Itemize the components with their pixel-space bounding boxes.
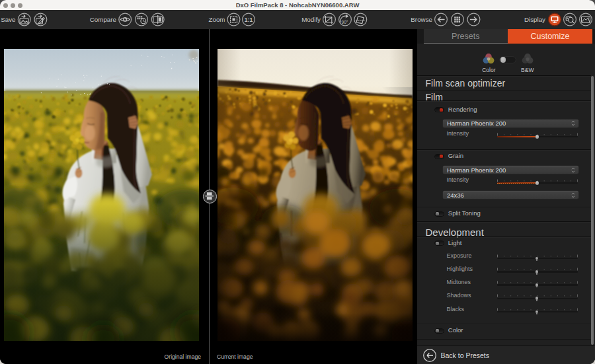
- svg-text:Zoom: Zoom: [208, 16, 225, 23]
- svg-text:Save: Save: [1, 16, 16, 23]
- svg-text:90°: 90°: [342, 20, 348, 24]
- svg-text:1:1: 1:1: [245, 17, 253, 23]
- svg-text:Browse: Browse: [411, 16, 432, 23]
- svg-text:Display: Display: [524, 16, 545, 23]
- svg-text:Modify: Modify: [301, 16, 321, 23]
- svg-text:Compare: Compare: [90, 16, 117, 23]
- svg-text:Back to Presets: Back to Presets: [441, 351, 490, 359]
